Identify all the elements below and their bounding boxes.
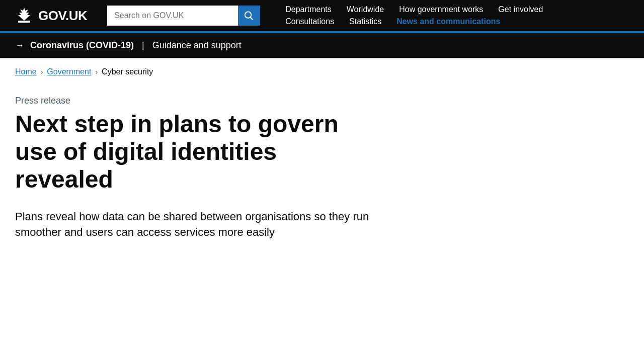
covid-link[interactable]: Coronavirus (COVID-19) (30, 40, 134, 51)
page-summary: Plans reveal how data can be shared betw… (15, 209, 408, 241)
nav-get-involved[interactable]: Get involved (498, 5, 543, 14)
nav-how-government-works[interactable]: How government works (399, 5, 483, 14)
svg-rect-0 (18, 21, 30, 23)
breadcrumb-government: Government (47, 67, 91, 76)
nav-news-communications[interactable]: News and communications (396, 17, 500, 26)
breadcrumb-current-label: Cyber security (102, 67, 153, 76)
breadcrumb-home: Home (15, 67, 37, 76)
nav-row-1: Departments Worldwide How government wor… (285, 5, 543, 14)
nav-departments[interactable]: Departments (285, 5, 332, 14)
search-button[interactable] (238, 6, 260, 26)
covid-divider: | (142, 40, 144, 51)
nav-row-2: Consultations Statistics News and commun… (285, 17, 543, 26)
search-icon (244, 11, 254, 21)
site-header: GOV.UK Departments Worldwide How governm… (0, 0, 644, 33)
breadcrumb: Home › Government › Cyber security (0, 58, 644, 80)
breadcrumb-home-link[interactable]: Home (15, 67, 37, 76)
crown-icon (15, 7, 33, 25)
search-form (107, 6, 260, 26)
covid-description: Guidance and support (152, 40, 242, 51)
breadcrumb-separator-2: › (95, 68, 98, 76)
search-input[interactable] (107, 6, 238, 26)
breadcrumb-cyber-security: Cyber security (102, 67, 153, 76)
gov-uk-logo[interactable]: GOV.UK (15, 7, 87, 25)
nav-worldwide[interactable]: Worldwide (347, 5, 384, 14)
covid-arrow-icon: → (15, 40, 24, 51)
breadcrumb-separator-1: › (41, 68, 43, 76)
nav-statistics[interactable]: Statistics (349, 17, 381, 26)
page-title: Next step in plans to govern use of digi… (15, 110, 377, 194)
covid-banner: → Coronavirus (COVID-19) | Guidance and … (0, 33, 644, 58)
main-content: Press release Next step in plans to gove… (0, 80, 453, 260)
main-nav: Departments Worldwide How government wor… (285, 5, 543, 26)
article-type-label: Press release (15, 96, 438, 106)
nav-consultations[interactable]: Consultations (285, 17, 334, 26)
logo-text: GOV.UK (38, 8, 87, 24)
breadcrumb-government-link[interactable]: Government (47, 67, 91, 76)
